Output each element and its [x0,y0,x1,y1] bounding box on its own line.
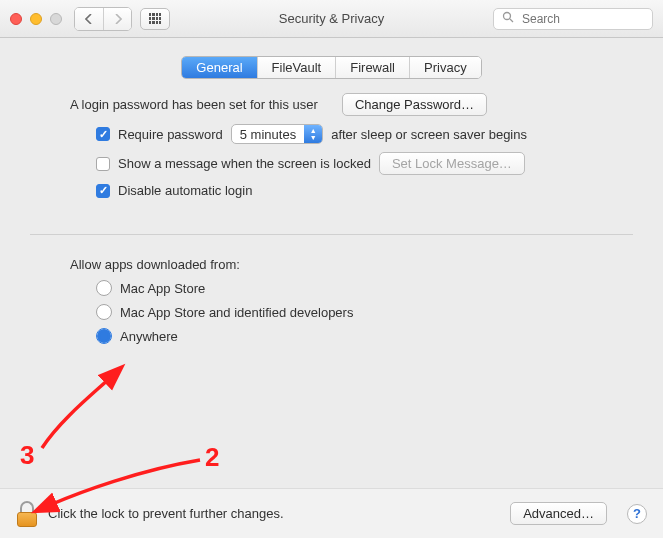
require-password-suffix: after sleep or screen saver begins [331,127,527,142]
tab-general[interactable]: General [182,57,256,78]
search-icon [502,11,514,26]
tab-firewall[interactable]: Firewall [335,57,409,78]
show-message-checkbox[interactable] [96,157,110,171]
zoom-window-button[interactable] [50,13,62,25]
radio-anywhere[interactable] [96,328,112,344]
annotation-number-3: 3 [20,440,34,471]
stepper-icon: ▲▼ [304,125,322,143]
disable-auto-login-label: Disable automatic login [118,183,252,198]
advanced-button[interactable]: Advanced… [510,502,607,525]
section-divider [30,234,633,235]
tab-filevault[interactable]: FileVault [257,57,336,78]
radio-identified-developers[interactable] [96,304,112,320]
footer-bar: Click the lock to prevent further change… [0,488,663,538]
search-input[interactable] [520,11,644,27]
svg-point-0 [504,13,511,20]
window-titlebar: Security & Privacy [0,0,663,38]
require-password-checkbox[interactable] [96,127,110,141]
nav-back-forward [74,7,132,31]
svg-line-1 [510,19,513,22]
window-title: Security & Privacy [279,11,384,26]
radio-mac-app-store-label: Mac App Store [120,281,205,296]
radio-anywhere-label: Anywhere [120,329,178,344]
set-lock-message-button[interactable]: Set Lock Message… [379,152,525,175]
change-password-button[interactable]: Change Password… [342,93,487,116]
back-button[interactable] [75,8,103,30]
grid-icon [149,13,161,25]
traffic-lights [10,13,62,25]
lock-hint-text: Click the lock to prevent further change… [48,506,284,521]
close-window-button[interactable] [10,13,22,25]
login-password-text: A login password has been set for this u… [70,97,318,112]
help-button[interactable]: ? [627,504,647,524]
password-delay-select[interactable]: 5 minutes ▲▼ [231,124,323,144]
annotation-number-2: 2 [205,442,219,473]
tab-bar: General FileVault Firewall Privacy [181,56,481,79]
lock-icon[interactable] [16,501,38,527]
search-field[interactable] [493,8,653,30]
radio-mac-app-store[interactable] [96,280,112,296]
minimize-window-button[interactable] [30,13,42,25]
tab-privacy[interactable]: Privacy [409,57,481,78]
allow-apps-heading: Allow apps downloaded from: [70,257,240,272]
require-password-prefix: Require password [118,127,223,142]
forward-button[interactable] [103,8,131,30]
show-all-button[interactable] [140,8,170,30]
password-delay-value: 5 minutes [232,125,304,143]
disable-auto-login-checkbox[interactable] [96,184,110,198]
show-message-label: Show a message when the screen is locked [118,156,371,171]
radio-identified-developers-label: Mac App Store and identified developers [120,305,353,320]
